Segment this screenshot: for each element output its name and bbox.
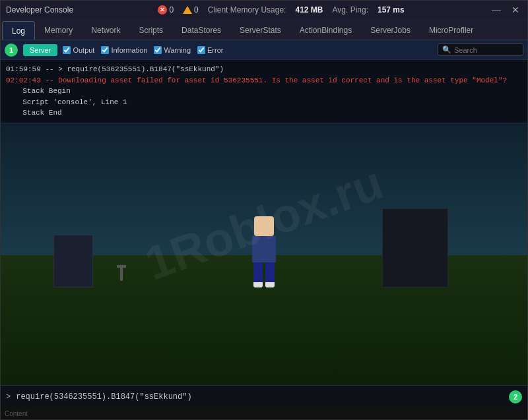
log-line-4: Stack End: [6, 107, 522, 119]
close-button[interactable]: ✕: [509, 5, 522, 15]
error-label: Error: [207, 46, 223, 54]
circle-2-badge: 2: [509, 390, 522, 404]
tab-network[interactable]: Network: [82, 21, 129, 40]
tab-scripts[interactable]: Scripts: [129, 21, 172, 40]
log-line-2: Stack Begin: [6, 86, 522, 97]
error-filter[interactable]: Error: [197, 46, 223, 54]
client-memory-value: 412 MB: [295, 5, 323, 15]
tab-log[interactable]: Log: [2, 21, 35, 40]
filter-checkboxes: Output Information Warning Error: [63, 46, 223, 54]
character-leg-left: [253, 262, 263, 282]
warning-checkbox[interactable]: [154, 46, 162, 54]
tab-microprofiler[interactable]: MicroProfiler: [420, 21, 482, 40]
warning-icon: [183, 6, 192, 14]
tab-datastores[interactable]: DataStores: [172, 21, 230, 40]
error-count: 0: [169, 5, 174, 15]
information-filter[interactable]: Information: [101, 46, 147, 54]
title-bar-center: ✕ 0 0 Client Memory Usage: 412 MB Avg. P…: [158, 5, 404, 15]
search-icon: 🔍: [442, 45, 451, 54]
log-line-1: 02:02:43 -- Downloading asset failed for…: [6, 75, 522, 86]
output-checkbox[interactable]: [63, 46, 71, 54]
title-bar: Developer Console ✕ 0 0 Client Memory Us…: [1, 1, 527, 19]
client-memory-label: Client Memory Usage:: [208, 5, 286, 15]
warning-label: Warning: [164, 46, 191, 54]
character-foot-left: [253, 282, 263, 287]
warning-count: 0: [194, 5, 199, 15]
avg-ping-label: Avg. Ping:: [333, 5, 368, 15]
console-bar: > 2: [1, 385, 527, 407]
structure-left: [53, 235, 93, 287]
title-bar-left: Developer Console: [6, 5, 73, 15]
log-line-3: Script 'console', Line 1: [6, 97, 522, 108]
error-badge: ✕ 0: [158, 5, 174, 15]
character-head: [254, 216, 274, 236]
status-text: Content: [5, 410, 28, 417]
toolbar: 1 Server Output Information Warning Erro…: [1, 40, 527, 60]
information-label: Information: [111, 46, 147, 54]
error-checkbox[interactable]: [197, 46, 205, 54]
minimize-button[interactable]: —: [489, 5, 504, 15]
character-foot-right: [265, 282, 275, 287]
circle-1-badge: 1: [5, 44, 18, 57]
search-input[interactable]: [454, 46, 513, 54]
developer-console-window: Developer Console ✕ 0 0 Client Memory Us…: [0, 0, 528, 420]
status-bar: Content: [1, 407, 527, 419]
log-panel: 01:59:59 -- > require(536235551).B1847("…: [1, 60, 527, 123]
character-torso: [252, 236, 276, 262]
tab-actionbindings[interactable]: ActionBindings: [290, 21, 361, 40]
tab-memory[interactable]: Memory: [35, 21, 82, 40]
output-label: Output: [73, 46, 94, 54]
window-title: Developer Console: [6, 5, 73, 15]
title-bar-right: — ✕: [489, 5, 522, 15]
structure-right: [382, 208, 448, 287]
tab-serverjobs[interactable]: ServerJobs: [361, 21, 420, 40]
tab-bar: Log Memory Network Scripts DataStores Se…: [1, 19, 527, 40]
character-feet: [252, 282, 276, 287]
error-icon: ✕: [158, 5, 167, 15]
character: [252, 216, 276, 287]
character-legs: [252, 262, 276, 282]
warning-filter[interactable]: Warning: [154, 46, 191, 54]
information-checkbox[interactable]: [101, 46, 109, 54]
avg-ping-value: 157 ms: [378, 5, 405, 15]
output-filter[interactable]: Output: [63, 46, 94, 54]
log-line-0: 01:59:59 -- > require(536235551).B1847("…: [6, 64, 522, 75]
grave-vertical: [120, 268, 123, 281]
server-button[interactable]: Server: [23, 44, 57, 56]
tab-serverstats[interactable]: ServerStats: [230, 21, 290, 40]
grave-marker: [117, 274, 126, 281]
console-input[interactable]: [16, 392, 504, 402]
character-leg-right: [265, 262, 275, 282]
warning-badge: 0: [183, 5, 199, 15]
console-prompt: >: [6, 392, 11, 402]
search-box[interactable]: 🔍: [438, 44, 523, 56]
game-area: 1Roblox.ru 01:59:59 -- > require(5362355…: [1, 60, 527, 385]
